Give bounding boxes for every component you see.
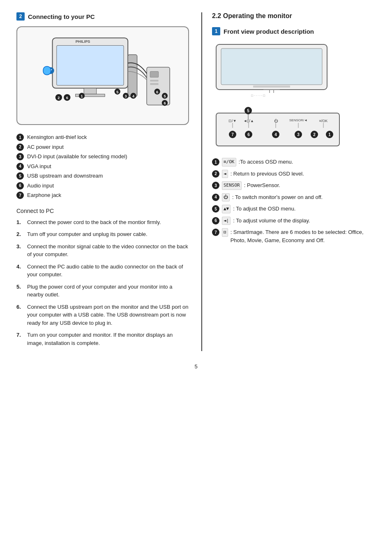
- part-num-4: 4: [16, 163, 24, 170]
- svg-text:◄(|/▲: ◄(|/▲: [243, 119, 254, 123]
- osd-symbol-4: ⏻: [222, 193, 230, 202]
- step-text-2: Turn off your computer and unplug its po…: [27, 230, 148, 238]
- svg-text:3: 3: [125, 94, 127, 98]
- part-num-2: 2: [16, 143, 24, 151]
- part-item-4: 4 VGA input: [16, 162, 189, 171]
- step-text-7: Turn on your computer and monitor. If th…: [27, 331, 189, 347]
- step-4: 4. Connect the PC audio cable to the aud…: [16, 263, 189, 279]
- osd-text-3: : PowerSensor.: [244, 181, 376, 190]
- osd-symbol-6: ◄|: [222, 217, 231, 225]
- osd-text-2: : Return to previous OSD level.: [231, 170, 376, 178]
- step-3: 3. Connect the monitor signal cable to t…: [16, 243, 189, 259]
- step-text-6: Connect the USB upstream port on the mon…: [27, 303, 189, 327]
- right-column: 2.2 Operating the monitor 1 Front view p…: [201, 12, 376, 351]
- svg-rect-8: [150, 80, 158, 81]
- part-label-3: DVI-D input (available for selecting mod…: [27, 153, 127, 161]
- svg-rect-38: [216, 113, 339, 146]
- part-num-1: 1: [16, 134, 24, 141]
- svg-rect-32: [221, 49, 322, 85]
- step-7: 7. Turn on your computer and monitor. If…: [16, 331, 189, 347]
- step-text-4: Connect the PC audio cable to the audio …: [27, 263, 189, 279]
- svg-text:6: 6: [156, 90, 158, 94]
- osd-item-3: 3 SENSOR : PowerSensor.: [212, 181, 376, 190]
- part-item-3: 3 DVI-D input (available for selecting m…: [16, 153, 189, 161]
- svg-text:1: 1: [328, 132, 331, 137]
- part-item-6: 6 Audio input: [16, 182, 189, 190]
- part-num-7: 7: [16, 192, 24, 199]
- step-text-3: Connect the monitor signal cable to the …: [27, 243, 189, 259]
- osd-item-1: 1 ≡/OK :To access OSD menu.: [212, 158, 376, 166]
- step-6: 6. Connect the USB upstream port on the …: [16, 303, 189, 327]
- svg-text:4: 4: [132, 94, 135, 98]
- step-num-7: 7.: [16, 331, 23, 347]
- connect-to-pc-title: Connect to PC: [16, 208, 189, 214]
- osd-num-6: 6: [212, 217, 219, 224]
- part-item-1: 1 Kensington anti-thief lock: [16, 133, 189, 141]
- osd-symbol-5: ▲▼: [222, 205, 231, 213]
- connection-svg: PHILIPS 7: [24, 34, 182, 118]
- osd-item-2: 2 ◄ : Return to previous OSD level.: [212, 170, 376, 178]
- svg-text:6: 6: [164, 101, 166, 105]
- osd-num-3: 3: [212, 182, 219, 189]
- osd-symbol-7: ⊡: [222, 228, 228, 237]
- osd-item-7: 7 ⊡ : SmartImage. There are 6 modes to b…: [212, 228, 376, 244]
- osd-item-4: 4 ⏻ : To switch monitor's power on and o…: [212, 193, 376, 202]
- front-view-header: 1 Front view product description: [212, 27, 376, 35]
- front-panel-svg: 5 ⊡/▼ ◄(|/▲ ⏻ SENSOR/◄ ≡/OK 7: [212, 105, 344, 150]
- monitor-connection-diagram: PHILIPS 7: [16, 26, 189, 125]
- part-label-6: Audio input: [27, 182, 54, 190]
- front-view-title: Front view product description: [224, 28, 314, 35]
- svg-rect-7: [150, 72, 158, 77]
- part-item-2: 2 AC power input: [16, 143, 189, 151]
- part-label-4: VGA input: [27, 162, 51, 171]
- svg-text:6: 6: [247, 132, 250, 137]
- section2-badge: 2: [16, 12, 25, 21]
- svg-text:≡/OK: ≡/OK: [319, 119, 328, 123]
- part-item-7: 7 Earphone jack: [16, 191, 189, 199]
- svg-text:3: 3: [297, 132, 300, 137]
- osd-text-6: : To adjust volume of the display.: [233, 217, 376, 225]
- osd-text-5: : To adjust the OSD menu.: [233, 205, 376, 213]
- svg-text:⏻: ⏻: [274, 119, 278, 123]
- part-item-5: 5 USB upstream and downstream: [16, 172, 189, 180]
- step-2: 2. Turn off your computer and unplug its…: [16, 230, 189, 238]
- osd-item-5: 5 ▲▼ : To adjust the OSD menu.: [212, 205, 376, 213]
- parts-list: 1 Kensington anti-thief lock 2 AC power …: [16, 133, 189, 199]
- step-num-2: 2.: [16, 230, 23, 238]
- osd-symbol-2: ◄: [222, 170, 228, 178]
- svg-text:⊡/▼: ⊡/▼: [228, 119, 236, 123]
- step-text-1: Connect the power cord to the back of th…: [27, 218, 161, 227]
- svg-text:2: 2: [58, 96, 60, 100]
- left-column: 2 Connecting to your PC PHILIPS: [16, 12, 189, 351]
- osd-num-2: 2: [212, 170, 219, 178]
- svg-text:PHILIPS: PHILIPS: [76, 39, 90, 44]
- step-text-5: Plug the power cord of your computer and…: [27, 283, 189, 299]
- svg-rect-2: [57, 46, 124, 86]
- step-num-4: 4.: [16, 263, 23, 279]
- part-num-5: 5: [16, 172, 24, 180]
- front-view-badge: 1: [212, 27, 220, 35]
- osd-text-4: : To switch monitor's power on and off.: [232, 193, 376, 201]
- osd-num-1: 1: [212, 158, 219, 166]
- svg-text:5: 5: [116, 90, 118, 94]
- osd-symbol-3: SENSOR: [222, 181, 242, 190]
- svg-rect-12: [43, 67, 51, 75]
- svg-text:5: 5: [247, 109, 249, 113]
- osd-list: 1 ≡/OK :To access OSD menu. 2 ◄ : Return…: [212, 158, 376, 244]
- osd-symbol-1: ≡/OK: [222, 158, 236, 166]
- part-num-3: 3: [16, 153, 24, 160]
- svg-text:7: 7: [231, 132, 234, 137]
- step-num-6: 6.: [16, 303, 23, 327]
- part-label-5: USB upstream and downstream: [27, 172, 103, 180]
- svg-text:SENSOR/◄: SENSOR/◄: [289, 118, 307, 122]
- step-5: 5. Plug the power cord of your computer …: [16, 283, 189, 299]
- svg-rect-9: [150, 83, 158, 85]
- osd-text-1: :To access OSD menu.: [239, 158, 376, 166]
- svg-text:5: 5: [164, 94, 166, 98]
- front-view-top-svg: □ · · · · · □: [212, 41, 331, 99]
- section2-header: 2 Connecting to your PC: [16, 12, 189, 21]
- osd-num-5: 5: [212, 205, 219, 213]
- svg-rect-36: [253, 86, 290, 88]
- part-label-1: Kensington anti-thief lock: [27, 133, 87, 141]
- step-num-1: 1.: [16, 218, 23, 227]
